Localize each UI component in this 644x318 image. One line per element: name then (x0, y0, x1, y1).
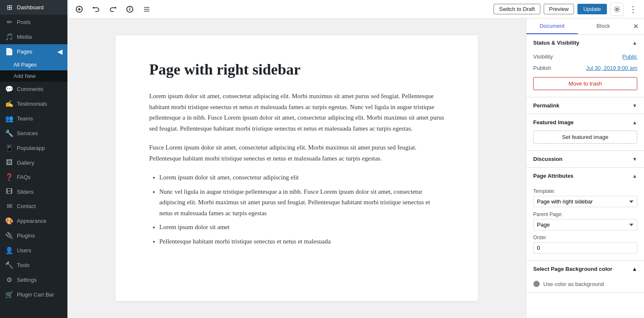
sidebar-item-gallery[interactable]: 🖼 Gallery (0, 155, 67, 170)
section-featured-image: Featured Image ▲ Set featured image (526, 114, 644, 151)
sidebar-subitem-add-new[interactable]: Add New (0, 70, 67, 82)
main-area: Switch to Draft Preview Update ⋮ Page wi… (67, 0, 644, 318)
sidebar-item-label: Teams (17, 115, 33, 122)
chevron-down-icon: ▼ (632, 156, 637, 162)
publish-value[interactable]: Jul 30, 2019 9:00 am (586, 65, 637, 71)
right-panel: Document Block ✕ Status & Visibility ▲ V… (526, 19, 644, 318)
tools-button[interactable] (140, 3, 153, 16)
sidebar-item-services[interactable]: 🔧 Services (0, 126, 67, 141)
sidebar-item-label: Appearance (17, 218, 46, 224)
publish-row: Publish Jul 30, 2019 9:00 am (533, 62, 637, 74)
sidebar-item-contact[interactable]: ✉ Contact (0, 199, 67, 214)
move-to-trash-button[interactable]: Move to trash (533, 77, 637, 90)
set-featured-image-button[interactable]: Set featured image (533, 131, 637, 144)
page-title[interactable]: Page with right sidebar (149, 61, 444, 78)
update-button[interactable]: Update (577, 4, 607, 14)
section-title: Permalink (533, 102, 559, 109)
sidebar-item-label: Users (17, 247, 31, 254)
sidebar-item-label: Pages (17, 48, 32, 55)
sidebar-item-label: Dashboard (17, 4, 44, 11)
sidebar-item-comments[interactable]: 💬 Comments (0, 82, 67, 96)
editor-toolbar: Switch to Draft Preview Update ⋮ (67, 0, 644, 19)
tools-icon: 🔨 (5, 261, 13, 269)
sidebar-item-label: Sliders (17, 189, 34, 195)
tab-document[interactable]: Document (526, 19, 578, 34)
sidebar-item-label: Testimonials (17, 101, 47, 107)
section-status-visibility: Status & Visibility ▲ Visibility Public … (526, 35, 644, 97)
order-label: Order (533, 235, 637, 241)
order-input[interactable] (533, 242, 637, 254)
parent-page-select[interactable]: Page(no parent) (533, 219, 637, 230)
users-icon: 👤 (5, 246, 13, 254)
section-title: Select Page Background color (533, 266, 612, 272)
panel-close-button[interactable]: ✕ (629, 20, 642, 33)
sidebar-item-sliders[interactable]: 🎞 Sliders (0, 184, 67, 199)
sidebar-item-label: FAQs (17, 174, 31, 180)
color-swatch[interactable] (533, 281, 540, 287)
plugins-icon: 🔌 (5, 232, 13, 240)
chevron-up-icon: ▲ (632, 173, 637, 179)
sidebar-item-settings[interactable]: ⚙ Settings (0, 273, 67, 287)
section-permalink: Permalink ▼ (526, 97, 644, 114)
bg-hint: Use color as background (543, 281, 604, 287)
sidebar-subitem-all-pages[interactable]: All Pages (0, 59, 67, 70)
popularapp-icon: 📱 (5, 144, 13, 152)
section-attributes-header[interactable]: Page Attributes ▲ (526, 168, 644, 184)
paragraph-2[interactable]: Fusce Lorem ipsum dolor sit amet, consec… (149, 142, 444, 164)
page-body[interactable]: Lorem ipsum dolor sit amet, consectetur … (149, 91, 444, 247)
sidebar-item-popularapp[interactable]: 📱 Popularapp (0, 141, 67, 155)
section-attributes-body: Template: Page with right sidebarDefault… (526, 188, 644, 260)
sidebar-item-testimonials[interactable]: ✍ Testimonials (0, 96, 67, 111)
paragraph-1[interactable]: Lorem ipsum dolor sit amet, consectetur … (149, 91, 444, 134)
testimonials-icon: ✍ (5, 100, 13, 108)
editor-area: Page with right sidebar Lorem ipsum dolo… (67, 19, 526, 318)
sidebar-item-label: Services (17, 130, 38, 136)
section-status-header[interactable]: Status & Visibility ▲ (526, 35, 644, 51)
pages-submenu: All Pages Add New (0, 59, 67, 82)
pages-icon: 📄 (5, 48, 13, 56)
section-title: Status & Visibility (533, 40, 580, 46)
editor-content[interactable]: Page with right sidebar Lorem ipsum dolo… (115, 35, 478, 301)
sidebar-item-teams[interactable]: 👥 Teams (0, 111, 67, 126)
sidebar-item-posts[interactable]: ✏ Posts (0, 15, 67, 29)
comments-icon: 💬 (5, 85, 13, 93)
sidebar-item-plugins[interactable]: 🔌 Plugins (0, 228, 67, 243)
settings-icon: ⚙ (5, 276, 13, 284)
preview-button[interactable]: Preview (544, 4, 574, 14)
sidebar-item-label: Posts (17, 19, 31, 25)
sidebar-item-faqs[interactable]: ❓ FAQs (0, 170, 67, 184)
template-select[interactable]: Page with right sidebarDefault TemplateF… (533, 196, 637, 207)
posts-icon: ✏ (5, 18, 13, 26)
undo-button[interactable] (89, 3, 103, 16)
settings-button[interactable] (610, 3, 624, 16)
section-permalink-header[interactable]: Permalink ▼ (526, 97, 644, 114)
more-options-button[interactable]: ⋮ (627, 3, 639, 15)
sidebar-item-pages[interactable]: 📄 Pages ◀ (0, 44, 67, 59)
content-list: Lorem ipsum dolor sit amet, consectetur … (159, 172, 444, 247)
appearance-icon: 🎨 (5, 217, 13, 225)
redo-button[interactable] (106, 3, 120, 16)
sidebar-item-label: Gallery (17, 160, 34, 166)
publish-label: Publish (533, 65, 551, 71)
switch-to-draft-button[interactable]: Switch to Draft (494, 4, 540, 14)
sidebar-item-appearance[interactable]: 🎨 Appearance (0, 214, 67, 228)
add-block-button[interactable] (72, 3, 86, 16)
teams-icon: 👥 (5, 115, 13, 123)
section-discussion-header[interactable]: Discussion ▼ (526, 151, 644, 167)
sidebar-item-dashboard[interactable]: ⊞ Dashboard (0, 0, 67, 15)
sidebar-item-media[interactable]: 🎵 Media (0, 29, 67, 44)
sidebar-item-tools[interactable]: 🔨 Tools (0, 258, 67, 273)
tab-block[interactable]: Block (578, 19, 629, 34)
section-featured-header[interactable]: Featured Image ▲ (526, 114, 644, 131)
panel-header: Document Block ✕ (526, 19, 644, 35)
chevron-up-icon: ▲ (632, 266, 637, 272)
section-bg-header[interactable]: Select Page Background color ▲ (526, 261, 644, 277)
pages-active-arrow: ◀ (57, 48, 62, 56)
section-discussion: Discussion ▼ (526, 151, 644, 168)
sidebar-item-plugin-cart-bar[interactable]: 🛒 Plugin Cart Bar (0, 287, 67, 302)
info-button[interactable] (123, 3, 137, 16)
sidebar-item-users[interactable]: 👤 Users (0, 243, 67, 258)
visibility-value[interactable]: Public (623, 53, 637, 60)
bg-color-row: Use color as background (533, 281, 637, 287)
subitem-label: All Pages (13, 61, 37, 68)
